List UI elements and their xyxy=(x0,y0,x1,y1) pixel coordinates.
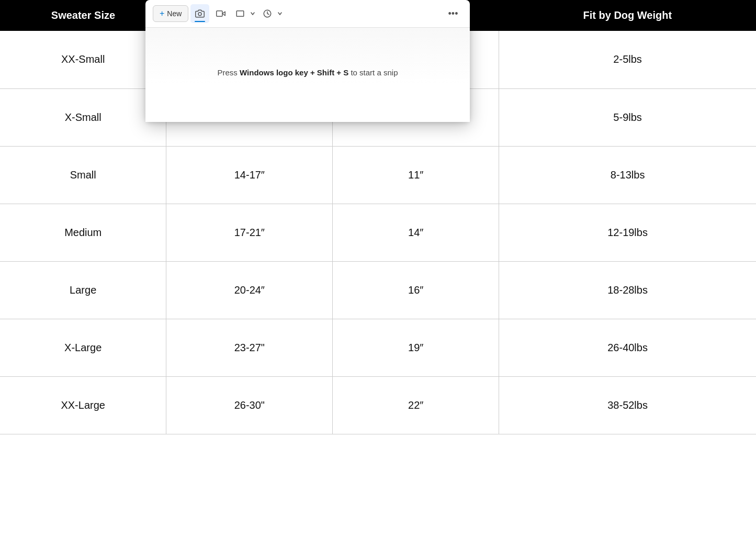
neck-cell: 26-30" xyxy=(166,376,333,434)
size-cell: XX-Small xyxy=(0,31,166,88)
header-sweater-size: Sweater Size xyxy=(0,0,166,31)
weight-cell: 8-13lbs xyxy=(499,146,756,204)
snip-more-button[interactable]: ••• xyxy=(444,4,462,23)
snip-screenshot-button[interactable] xyxy=(190,4,209,23)
size-cell: X-Large xyxy=(0,319,166,376)
size-cell: XX-Large xyxy=(0,376,166,434)
snip-hint-text: Press Windows logo key + Shift + S to st… xyxy=(218,68,398,77)
snip-hint-area: Press Windows logo key + Shift + S to st… xyxy=(145,28,470,122)
back-cell: 19″ xyxy=(333,319,499,376)
back-cell: 16″ xyxy=(333,261,499,319)
size-cell: Medium xyxy=(0,204,166,261)
svg-rect-2 xyxy=(217,11,222,17)
table-row: XX-Large26-30"22″38-52lbs xyxy=(0,376,756,434)
table-row: Small14-17″11″8-13lbs xyxy=(0,146,756,204)
snip-video-button[interactable] xyxy=(211,4,230,23)
video-icon xyxy=(216,9,225,18)
svg-point-0 xyxy=(198,13,201,16)
size-cell: Large xyxy=(0,261,166,319)
clock-icon xyxy=(263,9,272,18)
back-cell: 14″ xyxy=(333,204,499,261)
size-cell: Small xyxy=(0,146,166,204)
snipping-tool-panel: + New xyxy=(145,0,470,122)
svg-marker-1 xyxy=(222,12,225,16)
back-cell: 11″ xyxy=(333,146,499,204)
snip-timer-selector[interactable] xyxy=(259,4,285,23)
snip-new-button[interactable]: + New xyxy=(153,5,188,22)
table-row: Medium17-21″14″12-19lbs xyxy=(0,204,756,261)
camera-icon xyxy=(195,9,205,18)
neck-cell: 14-17″ xyxy=(166,146,333,204)
table-row: X-Large23-27"19″26-40lbs xyxy=(0,319,756,376)
neck-cell: 20-24″ xyxy=(166,261,333,319)
weight-cell: 18-28lbs xyxy=(499,261,756,319)
snip-new-label: New xyxy=(167,9,182,18)
plus-icon: + xyxy=(160,9,164,18)
weight-cell: 12-19lbs xyxy=(499,204,756,261)
rectangle-icon xyxy=(235,9,245,18)
table-row: Large20-24″16″18-28lbs xyxy=(0,261,756,319)
size-cell: X-Small xyxy=(0,88,166,146)
weight-cell: 5-9lbs xyxy=(499,88,756,146)
chevron-down-icon xyxy=(277,11,283,16)
weight-cell: 26-40lbs xyxy=(499,319,756,376)
snip-shape-selector[interactable] xyxy=(232,4,257,23)
neck-cell: 23-27" xyxy=(166,319,333,376)
weight-cell: 2-5lbs xyxy=(499,31,756,88)
svg-rect-3 xyxy=(237,11,244,17)
back-cell: 22″ xyxy=(333,376,499,434)
header-fit-weight: Fit by Dog Weight xyxy=(499,0,756,31)
chevron-down-icon xyxy=(250,11,255,16)
weight-cell: 38-52lbs xyxy=(499,376,756,434)
snip-toolbar: + New xyxy=(145,0,470,28)
neck-cell: 17-21″ xyxy=(166,204,333,261)
